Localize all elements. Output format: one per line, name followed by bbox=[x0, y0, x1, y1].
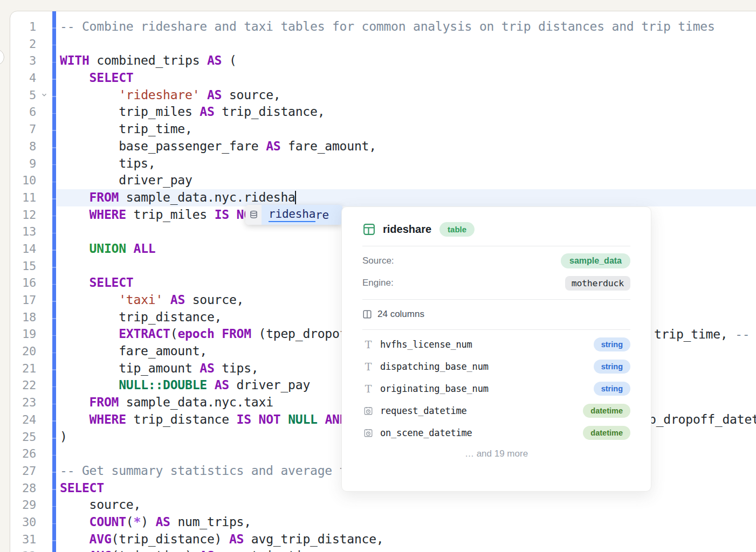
column-type-badge: string bbox=[594, 382, 630, 396]
code-text: SELECT bbox=[60, 274, 133, 292]
columns-list: T hvfhs_license_num stringT dispatching_… bbox=[362, 333, 630, 444]
code-fragment-line-19: trip_time, -- bbox=[654, 326, 750, 343]
line-number: 18 bbox=[10, 309, 36, 326]
code-line-8[interactable]: 8 base_passenger_fare AS fare_amount, bbox=[10, 138, 756, 155]
line-number: 1 bbox=[10, 18, 36, 36]
code-line-32[interactable]: 32 AVG(trip_time) AS avg_trip_time, bbox=[10, 548, 756, 552]
engine-value-badge: motherduck bbox=[565, 276, 630, 291]
table-icon bbox=[362, 223, 376, 236]
line-number: 9 bbox=[10, 155, 36, 172]
code-text: tip_amount AS tips, bbox=[60, 360, 258, 377]
line-number: 30 bbox=[10, 514, 36, 531]
autocomplete-rest-text: re bbox=[315, 209, 329, 222]
code-line-5[interactable]: 5 'rideshare' AS source, bbox=[10, 87, 756, 104]
code-line-29[interactable]: 29 source, bbox=[10, 496, 756, 514]
autocomplete-matched-text: ridesha bbox=[269, 208, 315, 222]
code-text: trip_miles AS trip_distance, bbox=[60, 104, 325, 121]
columns-summary: 24 columns bbox=[362, 307, 630, 322]
line-number: 5 bbox=[10, 87, 36, 104]
code-text: 'rideshare' AS source, bbox=[60, 87, 280, 104]
source-label: Source: bbox=[362, 256, 394, 266]
line-number: 19 bbox=[10, 326, 36, 343]
column-row: T hvfhs_license_num string bbox=[362, 333, 630, 355]
line-number: 13 bbox=[10, 223, 36, 240]
line-number: 6 bbox=[10, 104, 36, 121]
column-name: on_scene_datetime bbox=[380, 427, 583, 438]
divider bbox=[362, 329, 630, 330]
line-number: 24 bbox=[10, 411, 36, 429]
column-type-badge: string bbox=[594, 337, 630, 351]
line-number: 26 bbox=[10, 445, 36, 463]
code-text: AVG(trip_time) AS avg_trip_time, bbox=[60, 548, 325, 552]
code-text: SELECT bbox=[60, 480, 104, 497]
line-number: 3 bbox=[10, 52, 36, 70]
line-number: 7 bbox=[10, 121, 36, 138]
column-name: dispatching_base_num bbox=[380, 361, 594, 372]
code-line-31[interactable]: 31 AVG(trip_distance) AS avg_trip_distan… bbox=[10, 531, 756, 548]
code-line-30[interactable]: 30 COUNT(*) AS num_trips, bbox=[10, 514, 756, 531]
code-line-1[interactable]: 1-- Combine rideshare and taxi tables fo… bbox=[10, 18, 756, 36]
column-name: originating_base_num bbox=[380, 383, 594, 394]
line-number: 4 bbox=[10, 70, 36, 87]
code-text: tips, bbox=[60, 155, 155, 172]
code-text: -- Combine rideshare and taxi tables for… bbox=[60, 18, 715, 36]
table-type-badge: table bbox=[439, 222, 475, 237]
line-number: 12 bbox=[10, 206, 36, 224]
column-row: on_scene_datetime datetime bbox=[362, 422, 630, 444]
line-number: 27 bbox=[10, 463, 36, 480]
line-number: 14 bbox=[10, 240, 36, 258]
code-line-6[interactable]: 6 trip_miles AS trip_distance, bbox=[10, 104, 756, 121]
code-line-9[interactable]: 9 tips, bbox=[10, 155, 756, 172]
line-number: 2 bbox=[10, 36, 36, 53]
autocomplete-item-rideshare[interactable]: rideshare bbox=[262, 205, 343, 225]
code-text: 'taxi' AS source, bbox=[60, 292, 244, 309]
code-line-7[interactable]: 7 trip_time, bbox=[10, 121, 756, 138]
line-number: 10 bbox=[10, 172, 36, 189]
code-text: WITH combined_trips AS ( bbox=[60, 52, 237, 70]
autocomplete-popup: rideshare bbox=[245, 205, 343, 225]
source-row: Source: sample_data bbox=[362, 253, 630, 269]
column-row: T originating_base_num string bbox=[362, 377, 630, 399]
more-columns-text: … and 19 more bbox=[362, 448, 630, 459]
column-type-badge: datetime bbox=[583, 426, 630, 440]
code-text: FROM sample_data.nyc.taxi bbox=[60, 394, 273, 411]
code-text: FROM sample_data.nyc.ridesha bbox=[60, 189, 295, 206]
code-text: AVG(trip_distance) AS avg_trip_distance, bbox=[60, 531, 384, 548]
line-number: 23 bbox=[10, 394, 36, 411]
code-text: trip_distance, bbox=[60, 309, 222, 326]
database-icon bbox=[245, 205, 262, 225]
line-number: 20 bbox=[10, 343, 36, 360]
text-type-icon: T bbox=[365, 339, 372, 350]
code-text: NULL::DOUBLE AS driver_pay bbox=[60, 377, 310, 394]
line-number: 17 bbox=[10, 292, 36, 309]
line-number: 29 bbox=[10, 496, 36, 514]
line-number: 22 bbox=[10, 377, 36, 394]
code-text: SELECT bbox=[60, 70, 133, 87]
text-type-icon: T bbox=[365, 383, 372, 395]
text-type-icon: T bbox=[365, 361, 372, 372]
line-number: 25 bbox=[10, 429, 36, 446]
datetime-type-icon bbox=[363, 428, 373, 438]
popup-header: rideshare table bbox=[362, 222, 630, 237]
code-line-2[interactable]: 2 bbox=[10, 36, 756, 53]
code-text: ) bbox=[60, 429, 67, 446]
line-number: 28 bbox=[10, 480, 36, 497]
column-name: hvfhs_license_num bbox=[380, 339, 594, 350]
code-line-11[interactable]: 11 FROM sample_data.nyc.ridesha bbox=[10, 189, 756, 206]
table-name: rideshare bbox=[383, 223, 431, 236]
code-text: base_passenger_fare AS fare_amount, bbox=[60, 138, 376, 155]
collapsed-sidebar-handle[interactable] bbox=[0, 49, 4, 65]
code-text: COUNT(*) AS num_trips, bbox=[60, 514, 251, 531]
source-value-badge: sample_data bbox=[561, 253, 630, 268]
columns-icon bbox=[362, 309, 372, 319]
code-line-10[interactable]: 10 driver_pay bbox=[10, 172, 756, 189]
line-number: 15 bbox=[10, 258, 36, 275]
columns-summary-text: 24 columns bbox=[377, 309, 424, 320]
line-number: 16 bbox=[10, 274, 36, 292]
divider bbox=[362, 299, 630, 300]
code-line-4[interactable]: 4 SELECT bbox=[10, 70, 756, 87]
chevron-down-icon[interactable] bbox=[40, 57, 49, 65]
code-line-3[interactable]: 3 WITH combined_trips AS ( bbox=[10, 52, 756, 70]
column-name: request_datetime bbox=[380, 405, 583, 416]
engine-row: Engine: motherduck bbox=[362, 275, 630, 291]
